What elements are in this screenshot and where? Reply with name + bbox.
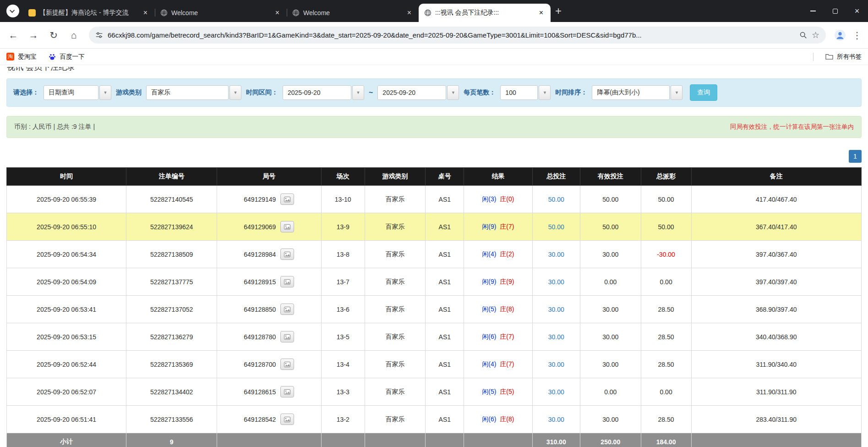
image-icon [284, 417, 290, 422]
date-end-input[interactable]: 2025-09-20 ▼ [377, 85, 459, 100]
subtotal-payout: 184.00 [641, 433, 691, 447]
cell-game: 百家乐 [365, 186, 425, 213]
cell-result: 闲(3) 庄(0) [464, 186, 532, 213]
subtotal-label: 小计 [7, 433, 126, 447]
cell-payout: 0.00 [641, 268, 691, 296]
round-media-button[interactable] [280, 276, 294, 287]
home-icon[interactable]: ⌂ [65, 27, 82, 44]
all-bookmarks-button[interactable]: 所有书签 [825, 53, 862, 61]
cell-payout: 28.50 [641, 323, 691, 351]
forward-icon[interactable]: → [25, 27, 42, 44]
site-info-icon[interactable] [95, 31, 103, 39]
query-type-select[interactable]: 日期查询 ▼ [44, 85, 111, 100]
summary-bar: 币别 : 人民币 | 总共 :9 注单 | 同局有效投注，统一计算在该局第一张注… [6, 116, 862, 138]
pagination: 1 [6, 150, 862, 163]
header-total-bet: 总投注 [532, 168, 580, 186]
search-button[interactable]: 查询 [690, 84, 717, 101]
browser-tab-forum[interactable]: 【新提醒】海燕论坛 - 博学交流 × [23, 4, 155, 22]
round-media-button[interactable] [280, 221, 294, 232]
bookmark-star-icon[interactable]: ☆ [812, 30, 819, 40]
cell-total-bet-link[interactable]: 30.00 [532, 268, 580, 296]
chevron-down-icon[interactable]: ▼ [99, 85, 111, 100]
cell-valid-bet: 50.00 [580, 213, 641, 241]
date-start-input[interactable]: 2025-09-20 ▼ [283, 85, 364, 100]
round-media-button[interactable] [280, 304, 294, 315]
chevron-down-icon[interactable]: ▼ [352, 85, 364, 100]
cell-note: 397.40/367.40 [691, 241, 861, 268]
cell-round: 649128615 [217, 378, 322, 406]
page-1-button[interactable]: 1 [849, 150, 862, 163]
refresh-icon[interactable]: ↻ [45, 27, 62, 44]
globe-icon [160, 9, 168, 17]
menu-icon[interactable]: ⋮ [851, 30, 863, 41]
bet-record-row: 2025-09-20 06:53:41 522827137052 6491288… [7, 296, 862, 323]
cell-game: 百家乐 [365, 241, 425, 268]
bookmark-baidu[interactable]: 百度一下 [49, 53, 85, 61]
round-media-button[interactable] [280, 414, 294, 425]
round-media-button[interactable] [280, 386, 294, 397]
cell-total-bet-link[interactable]: 30.00 [532, 241, 580, 268]
close-window-button[interactable]: × [846, 0, 868, 22]
result-banker: 庄(9) [500, 278, 514, 285]
image-icon [284, 252, 290, 257]
profile-icon[interactable] [832, 28, 848, 43]
browser-tab-welcome-1[interactable]: Welcome × [155, 4, 287, 22]
cell-session: 13-3 [321, 378, 365, 406]
address-bar[interactable]: 66cxkj98.com/game/betrecord_search/kind3… [89, 27, 826, 44]
round-number: 649128542 [244, 416, 276, 423]
back-icon[interactable]: ← [5, 27, 22, 44]
round-media-button[interactable] [280, 248, 294, 260]
round-media-button[interactable] [280, 359, 294, 370]
subtotal-row: 小计 9 310.00 250.00 184.00 [7, 433, 862, 447]
result-banker: 庄(8) [500, 415, 514, 423]
header-game: 游戏类别 [365, 168, 425, 186]
chevron-down-icon[interactable]: ▼ [539, 85, 551, 100]
tab-close-icon[interactable]: × [405, 8, 413, 17]
browser-tab-betrecord-active[interactable]: :::视讯 会员下注纪录::: × [419, 4, 551, 22]
cell-round: 649128700 [217, 351, 322, 378]
cell-result: 闲(9) 庄(7) [464, 213, 532, 241]
cell-session: 13-7 [321, 268, 365, 296]
new-tab-button[interactable]: + [555, 5, 562, 17]
cell-total-bet-link[interactable]: 30.00 [532, 351, 580, 378]
tab-close-icon[interactable]: × [142, 8, 149, 17]
tab-close-icon[interactable]: × [273, 8, 281, 17]
cell-total-bet-link[interactable]: 30.00 [532, 296, 580, 323]
chevron-down-icon[interactable]: ▼ [229, 85, 241, 100]
cell-table-no: AS1 [426, 406, 464, 433]
cell-session: 13-6 [321, 296, 365, 323]
filter-bar: 请选择： 日期查询 ▼ 游戏类别 百家乐 ▼ 时间区间： 2025-09-20 … [6, 78, 862, 107]
cell-total-bet-link[interactable]: 30.00 [532, 323, 580, 351]
zoom-icon[interactable] [799, 31, 807, 39]
cell-time: 2025-09-20 06:53:41 [7, 296, 126, 323]
sort-select[interactable]: 降幂(由大到小) ▼ [592, 85, 682, 100]
round-media-button[interactable] [280, 193, 294, 205]
round-number: 649128615 [244, 388, 276, 396]
tab-title: Welcome [303, 9, 402, 17]
round-number: 649128780 [244, 333, 276, 341]
tab-search-button[interactable] [6, 5, 19, 17]
chevron-down-icon[interactable]: ▼ [671, 85, 682, 100]
page-size-select[interactable]: 100 ▼ [500, 85, 551, 100]
cell-valid-bet: 0.00 [580, 268, 641, 296]
browser-tab-welcome-2[interactable]: Welcome × [287, 4, 419, 22]
cell-bet-id: 522827140545 [126, 186, 217, 213]
maximize-button[interactable] [824, 0, 846, 22]
cell-total-bet-link[interactable]: 30.00 [532, 378, 580, 406]
globe-icon [424, 9, 431, 17]
bet-record-row: 2025-09-20 06:51:41 522827133556 6491285… [7, 406, 862, 433]
chevron-down-icon[interactable]: ▼ [447, 85, 459, 100]
header-bet-id: 注单编号 [126, 168, 217, 186]
round-media-button[interactable] [280, 331, 294, 342]
bookmark-taobao[interactable]: 淘 爱淘宝 [6, 53, 37, 61]
game-type-label: 游戏类别 [116, 88, 142, 97]
cell-total-bet-link[interactable]: 50.00 [532, 186, 580, 213]
subtotal-valid-bet: 250.00 [580, 433, 641, 447]
folder-icon [825, 53, 833, 61]
minimize-button[interactable] [802, 0, 824, 22]
cell-note: 367.40/417.40 [691, 213, 861, 241]
cell-total-bet-link[interactable]: 50.00 [532, 213, 580, 241]
cell-total-bet-link[interactable]: 30.00 [532, 406, 580, 433]
game-type-select[interactable]: 百家乐 ▼ [146, 85, 241, 100]
tab-close-icon[interactable]: × [537, 8, 545, 17]
